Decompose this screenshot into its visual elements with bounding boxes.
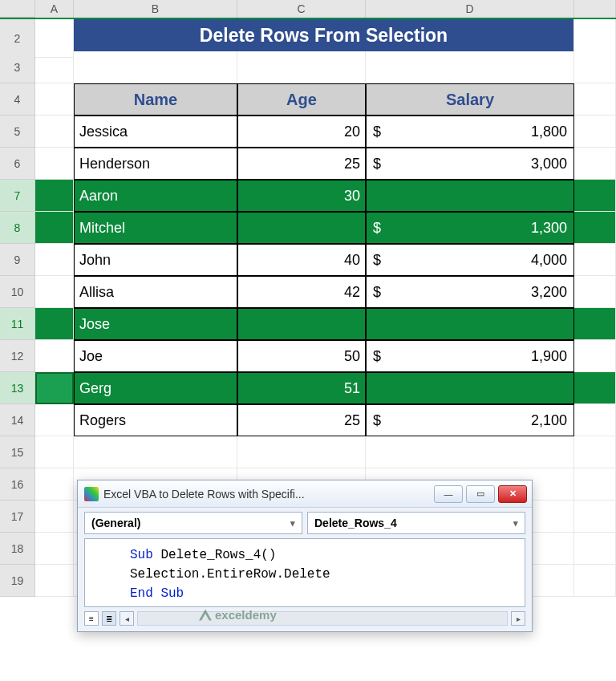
cell-A7[interactable]: [35, 180, 74, 212]
cell-A6[interactable]: [35, 148, 74, 180]
blank-cell[interactable]: [574, 372, 616, 404]
row-header-10[interactable]: 10: [0, 276, 35, 308]
cell-age-r8[interactable]: [237, 212, 366, 244]
cell-A3[interactable]: [35, 51, 74, 83]
cell-age-r9[interactable]: 40: [237, 244, 366, 276]
table-header-age[interactable]: Age: [237, 83, 366, 116]
scroll-right-button[interactable]: ▸: [511, 611, 525, 626]
row-header-7[interactable]: 7: [0, 180, 35, 212]
cell-A11[interactable]: [35, 308, 74, 340]
row-header-4[interactable]: 4: [0, 83, 35, 116]
cell-name-r13[interactable]: Gerg: [74, 372, 237, 404]
row-header-5[interactable]: 5: [0, 116, 35, 148]
cell-name-r9[interactable]: John: [74, 244, 237, 276]
vba-titlebar[interactable]: Excel VBA to Delete Rows with Specifi...…: [78, 480, 532, 508]
cell-age-r11[interactable]: [237, 308, 366, 340]
cell-A13[interactable]: [35, 372, 74, 404]
cell-name-r7[interactable]: Aaron: [74, 180, 237, 212]
cell-salary-r11[interactable]: [366, 308, 574, 340]
cell-A12[interactable]: [35, 340, 74, 372]
col-header-C[interactable]: C: [237, 0, 366, 18]
cell-A14[interactable]: [35, 404, 74, 436]
blank-cell[interactable]: [574, 436, 616, 468]
vba-code-window[interactable]: Excel VBA to Delete Rows with Specifi...…: [77, 480, 533, 632]
blank-cell[interactable]: [574, 308, 616, 340]
row-header-17[interactable]: 17: [0, 501, 35, 533]
blank-cell[interactable]: [574, 83, 616, 116]
cell-salary-r14[interactable]: $2,100: [366, 404, 574, 436]
cell-age-r12[interactable]: 50: [237, 340, 366, 372]
blank-cell[interactable]: [574, 148, 616, 180]
cell-A19[interactable]: [35, 565, 74, 597]
blank-cell[interactable]: [74, 51, 237, 83]
col-header-extra[interactable]: [574, 0, 616, 18]
row-header-9[interactable]: 9: [0, 244, 35, 276]
row-header-6[interactable]: 6: [0, 148, 35, 180]
blank-cell[interactable]: [574, 212, 616, 244]
col-header-A[interactable]: A: [35, 0, 74, 18]
row-header-15[interactable]: 15: [0, 436, 35, 468]
cell-A8[interactable]: [35, 212, 74, 244]
cell-salary-r10[interactable]: $3,200: [366, 276, 574, 308]
close-button[interactable]: ✕: [498, 485, 527, 503]
cell-age-r7[interactable]: 30: [237, 180, 366, 212]
blank-cell[interactable]: [574, 501, 616, 533]
blank-cell[interactable]: [574, 116, 616, 148]
cell-name-r14[interactable]: Rogers: [74, 404, 237, 436]
cell-name-r11[interactable]: Jose: [74, 308, 237, 340]
blank-cell[interactable]: [574, 404, 616, 436]
cell-salary-r8[interactable]: $1,300: [366, 212, 574, 244]
row-header-3[interactable]: 3: [0, 51, 35, 83]
cell-A17[interactable]: [35, 501, 74, 533]
cell-name-r6[interactable]: Henderson: [74, 148, 237, 180]
cell-A5[interactable]: [35, 116, 74, 148]
blank-cell[interactable]: [574, 244, 616, 276]
cell-A18[interactable]: [35, 533, 74, 565]
cell-name-r12[interactable]: Joe: [74, 340, 237, 372]
cell-age-r6[interactable]: 25: [237, 148, 366, 180]
cell-salary-r9[interactable]: $4,000: [366, 244, 574, 276]
row-header-14[interactable]: 14: [0, 404, 35, 436]
cell-salary-r13[interactable]: [366, 372, 574, 404]
row-header-19[interactable]: 19: [0, 565, 35, 597]
horizontal-scrollbar[interactable]: [137, 611, 508, 626]
select-all-corner[interactable]: [0, 0, 35, 18]
blank-cell[interactable]: [574, 533, 616, 565]
col-header-D[interactable]: D: [366, 0, 574, 18]
row-header-16[interactable]: 16: [0, 468, 35, 501]
cell-A15[interactable]: [35, 436, 74, 468]
blank-cell[interactable]: [237, 51, 366, 83]
blank-cell[interactable]: [237, 436, 366, 468]
minimize-button[interactable]: —: [434, 485, 463, 503]
scroll-left-button[interactable]: ◂: [120, 611, 134, 626]
cell-A10[interactable]: [35, 276, 74, 308]
cell-age-r13[interactable]: 51: [237, 372, 366, 404]
cell-name-r8[interactable]: Mitchel: [74, 212, 237, 244]
blank-cell[interactable]: [574, 51, 616, 83]
cell-A9[interactable]: [35, 244, 74, 276]
row-header-13[interactable]: 13: [0, 372, 35, 404]
cell-age-r10[interactable]: 42: [237, 276, 366, 308]
blank-cell[interactable]: [574, 340, 616, 372]
maximize-button[interactable]: ▭: [466, 485, 495, 503]
table-header-salary[interactable]: Salary: [366, 83, 574, 116]
cell-salary-r6[interactable]: $3,000: [366, 148, 574, 180]
row-header-18[interactable]: 18: [0, 533, 35, 565]
cell-salary-r7[interactable]: [366, 180, 574, 212]
blank-cell[interactable]: [74, 436, 237, 468]
vba-object-dropdown[interactable]: (General) ▾: [84, 512, 302, 534]
table-header-name[interactable]: Name: [74, 83, 237, 116]
cell-salary-r12[interactable]: $1,900: [366, 340, 574, 372]
blank-cell[interactable]: [574, 276, 616, 308]
cell-A16[interactable]: [35, 468, 74, 501]
blank-cell[interactable]: [574, 468, 616, 501]
cell-name-r10[interactable]: Allisa: [74, 276, 237, 308]
blank-cell[interactable]: [574, 565, 616, 597]
cell-name-r5[interactable]: Jessica: [74, 116, 237, 148]
blank-cell[interactable]: [366, 51, 574, 83]
vba-code-pane[interactable]: Sub Delete_Rows_4() Selection.EntireRow.…: [84, 538, 525, 607]
cell-age-r14[interactable]: 25: [237, 404, 366, 436]
cell-salary-r5[interactable]: $1,800: [366, 116, 574, 148]
col-header-B[interactable]: B: [74, 0, 237, 18]
blank-cell[interactable]: [366, 436, 574, 468]
